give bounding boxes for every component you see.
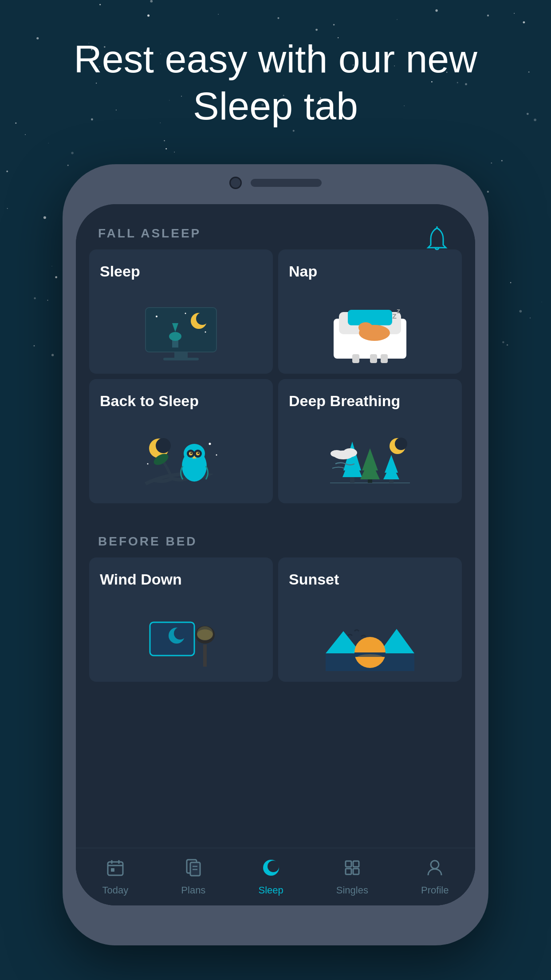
nav-item-profile[interactable]: Profile: [421, 858, 449, 896]
profile-icon: [425, 858, 445, 881]
sleep-nav-label: Sleep: [258, 885, 283, 896]
fall-asleep-grid: Sleep: [76, 249, 475, 503]
svg-rect-80: [346, 869, 351, 874]
plans-label: Plans: [181, 885, 205, 896]
svg-rect-81: [353, 869, 359, 874]
sunset-card[interactable]: Sunset: [278, 557, 462, 682]
svg-point-5: [169, 332, 181, 341]
singles-icon: [342, 858, 362, 881]
svg-point-8: [156, 316, 157, 317]
svg-point-7: [196, 312, 209, 325]
back-to-sleep-card[interactable]: Back to Sleep: [89, 379, 273, 503]
today-icon: [105, 858, 126, 881]
svg-rect-71: [111, 868, 114, 872]
svg-rect-20: [381, 354, 388, 363]
back-to-sleep-illustration: [100, 419, 262, 493]
before-bed-label: BEFORE BED: [76, 512, 475, 557]
svg-text:z: z: [392, 311, 397, 320]
svg-rect-15: [348, 310, 392, 325]
svg-rect-47: [389, 479, 394, 483]
profile-label: Profile: [421, 885, 449, 896]
today-label: Today: [102, 885, 129, 896]
svg-rect-56: [203, 644, 207, 667]
deep-breathing-illustration: [289, 419, 451, 493]
phone-screen: FALL ASLEEP Sleep: [76, 204, 475, 905]
svg-rect-67: [108, 862, 123, 875]
notification-bell-icon[interactable]: [425, 226, 449, 257]
phone-notch: [229, 177, 322, 189]
bottom-navigation: Today Plans: [76, 848, 475, 905]
svg-point-32: [190, 452, 192, 454]
nav-item-singles[interactable]: Singles: [336, 858, 368, 896]
svg-point-9: [185, 313, 186, 314]
wind-down-card-title: Wind Down: [100, 571, 182, 588]
svg-rect-78: [346, 861, 351, 867]
phone-speaker: [251, 179, 322, 187]
nav-item-today[interactable]: Today: [102, 858, 129, 896]
svg-rect-3: [163, 358, 199, 360]
wind-down-card[interactable]: Wind Down: [89, 557, 273, 682]
plans-icon: [183, 858, 204, 881]
svg-rect-2: [174, 352, 188, 359]
phone-camera: [229, 177, 242, 189]
sleep-illustration: [100, 289, 262, 363]
sunset-card-title: Sunset: [289, 571, 339, 588]
svg-point-52: [331, 450, 343, 457]
deep-breathing-card[interactable]: Deep Breathing: [278, 379, 462, 503]
hero-title: Rest easy with our new Sleep tab: [0, 36, 551, 129]
svg-rect-44: [368, 479, 372, 483]
fall-asleep-label: FALL ASLEEP: [76, 204, 475, 249]
svg-point-60: [197, 629, 213, 640]
svg-rect-19: [370, 354, 377, 363]
wind-down-illustration: [100, 597, 262, 671]
nap-card[interactable]: Nap: [278, 249, 462, 374]
screen-content: FALL ASLEEP Sleep: [76, 204, 475, 905]
phone-shell: FALL ASLEEP Sleep: [63, 164, 488, 945]
svg-rect-41: [350, 477, 354, 483]
svg-point-35: [209, 443, 211, 445]
svg-point-49: [395, 438, 407, 450]
svg-point-82: [431, 861, 439, 869]
svg-text:z: z: [397, 307, 400, 315]
deep-breathing-card-title: Deep Breathing: [289, 392, 400, 410]
nav-item-plans[interactable]: Plans: [181, 858, 205, 896]
svg-point-77: [268, 861, 279, 872]
svg-point-36: [216, 454, 217, 456]
svg-point-10: [205, 332, 206, 333]
svg-point-55: [174, 627, 186, 640]
svg-point-37: [147, 463, 149, 465]
svg-point-24: [156, 438, 171, 453]
sleep-nav-icon: [261, 858, 281, 881]
nap-illustration: z z: [289, 289, 451, 363]
svg-point-51: [343, 448, 357, 457]
svg-point-66: [357, 654, 383, 661]
sleep-card-title: Sleep: [100, 263, 140, 280]
sleep-card[interactable]: Sleep: [89, 249, 273, 374]
svg-rect-18: [352, 354, 359, 363]
nav-item-sleep[interactable]: Sleep: [258, 858, 283, 896]
svg-point-17: [358, 322, 373, 333]
svg-rect-79: [353, 861, 359, 867]
back-to-sleep-card-title: Back to Sleep: [100, 392, 199, 410]
nap-card-title: Nap: [289, 263, 317, 280]
singles-label: Singles: [336, 885, 368, 896]
before-bed-grid: Wind Down: [76, 557, 475, 682]
sunset-illustration: [289, 597, 451, 671]
svg-point-33: [197, 452, 199, 454]
